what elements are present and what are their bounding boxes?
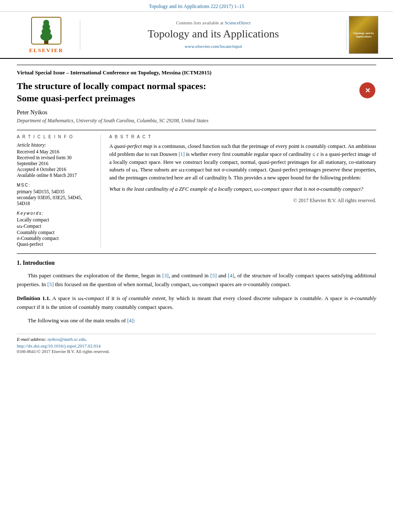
ref-5b[interactable]: [5] <box>47 281 54 287</box>
title-line2: Some quasi-perfect preimages <box>17 93 135 103</box>
title-row: The structure of locally compact normal … <box>17 80 376 109</box>
title-line1: The structure of locally compact normal … <box>17 81 206 91</box>
doi-line: http://dx.doi.org/10.1016/j.topol.2017.0… <box>17 343 376 348</box>
crossmark[interactable]: ✕ <box>359 82 376 99</box>
elsevier-logo: ELSEVIER <box>13 16 80 54</box>
keyword-5: Quasi-perfect <box>17 242 95 247</box>
history-item-5: Available online 8 March 2017 <box>17 173 95 178</box>
journal-url-link[interactable]: www.elsevier.com/locate/topol <box>185 44 242 49</box>
journal-citation: Topology and its Applications 222 (2017)… <box>149 3 244 9</box>
email-link[interactable]: nyikos@math.sc.edu <box>47 337 86 342</box>
introduction-heading: 1. Introduction <box>17 260 376 266</box>
article-title: The structure of locally compact normal … <box>17 80 206 104</box>
crossmark-icon[interactable]: ✕ <box>359 82 375 98</box>
cover-text: Topology and its Applications <box>351 32 376 38</box>
abstract-column: A B S T R A C T A quasi-perfect map is a… <box>109 134 376 248</box>
rights-line: 0166-8641/© 2017 Elsevier B.V. All right… <box>17 349 376 354</box>
abstract-problem-statement: What is the least cardinality of a ZFC e… <box>109 185 376 193</box>
msc-section: MSC: primary 54D155, 54D35 secondary 03E… <box>17 183 95 206</box>
intro-title: Introduction <box>23 260 55 266</box>
elsevier-logo-section: ELSEVIER <box>13 16 80 54</box>
keywords-section: Keywords: Locally compact ω₁-Compact Cou… <box>17 211 95 247</box>
elsevier-label: ELSEVIER <box>29 47 63 54</box>
special-issue-line: Virtual Special Issue – International Co… <box>17 65 376 76</box>
history-item-4: Accepted 4 October 2016 <box>17 167 95 172</box>
msc-secondary-1: secondary 03E05, 03E25, 54D45, <box>17 195 95 200</box>
def-label: Definition 1.1. <box>17 295 50 301</box>
ref-5[interactable]: [5] <box>210 272 216 279</box>
ref-1[interactable]: [1] <box>179 151 185 157</box>
contents-line: Contents lists available at ScienceDirec… <box>84 20 342 25</box>
following-line: The following was one of the main result… <box>17 316 376 325</box>
author-affiliation: Department of Mathematics, University of… <box>17 118 376 124</box>
journal-url: www.elsevier.com/locate/topol <box>84 43 342 50</box>
msc-label: MSC: <box>17 183 95 187</box>
ref-3[interactable]: [3] <box>162 272 169 279</box>
copyright-line: © 2017 Elsevier B.V. All rights reserved… <box>109 197 376 204</box>
keywords-label: Keywords: <box>17 211 95 216</box>
top-citation-bar: Topology and its Applications 222 (2017)… <box>0 0 393 12</box>
keyword-3: Countably compact <box>17 230 95 235</box>
special-issue-text: Virtual Special Issue – International Co… <box>17 69 211 76</box>
sciencedirect-link[interactable]: ScienceDirect <box>224 20 251 25</box>
journal-header: ELSEVIER Contents lists available at Sci… <box>0 12 393 59</box>
journal-info-center: Contents lists available at ScienceDirec… <box>80 20 347 50</box>
history-item-3: September 2016 <box>17 161 95 166</box>
doi-link[interactable]: http://dx.doi.org/10.1016/j.topol.2017.0… <box>17 343 100 348</box>
footer-section: E-mail address: nyikos@math.sc.edu. http… <box>17 334 376 354</box>
author-name: Peter Nyikos <box>17 109 376 116</box>
abstract-quasi-perfect: quasi-perfect map <box>114 143 152 149</box>
article-info-column: A R T I C L E I N F O Article history: R… <box>17 134 101 248</box>
two-column-section: A R T I C L E I N F O Article history: R… <box>17 130 376 248</box>
svg-point-4 <box>43 20 49 26</box>
journal-cover: Topology and its Applications <box>349 16 378 54</box>
abstract-body: A quasi-perfect map is a continuous, clo… <box>109 142 376 204</box>
keyword-1: Locally compact <box>17 217 95 222</box>
section-number: 1. <box>17 260 21 266</box>
page: Topology and its Applications 222 (2017)… <box>0 0 393 532</box>
email-label: E-mail address: <box>17 337 46 342</box>
journal-title: Topology and its Applications <box>84 28 342 40</box>
history-item-1: Received 4 May 2016 <box>17 149 95 154</box>
history-item-2: Received in revised form 30 <box>17 155 95 160</box>
intro-paragraph-1: This paper continues the exploration of … <box>17 271 376 289</box>
ref-4b[interactable]: [4] <box>127 317 133 324</box>
article-history-title: Article history: <box>17 142 95 147</box>
abstract-paragraph: A quasi-perfect map is a continuous, clo… <box>109 142 376 182</box>
keyword-4: σ-Countably compact <box>17 236 95 241</box>
definition-block: Definition 1.1. A space is ω₁-compact if… <box>17 294 376 312</box>
ref-4[interactable]: [4] <box>228 272 234 279</box>
msc-primary: primary 54D155, 54D35 <box>17 189 95 194</box>
footnote-email: E-mail address: nyikos@math.sc.edu. <box>17 337 376 342</box>
abstract-label: A B S T R A C T <box>109 134 376 139</box>
keyword-2: ω₁-Compact <box>17 223 95 229</box>
elsevier-tree-icon <box>29 16 63 46</box>
contents-prefix: Contents lists available at <box>176 20 224 25</box>
main-content: Virtual Special Issue – International Co… <box>0 59 393 362</box>
journal-cover-image: Topology and its Applications <box>347 16 380 54</box>
article-info-label: A R T I C L E I N F O <box>17 134 95 139</box>
msc-secondary-2: 54D18 <box>17 201 95 206</box>
section-divider <box>17 253 376 254</box>
